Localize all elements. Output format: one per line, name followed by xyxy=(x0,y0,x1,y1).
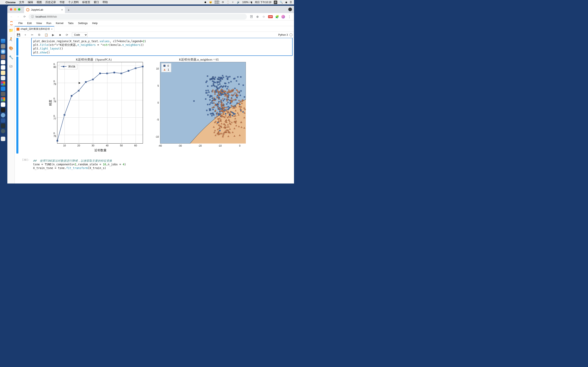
dock-freeform[interactable] xyxy=(1,76,5,80)
window-zoom[interactable] xyxy=(18,8,20,11)
nav-reload-button[interactable]: ⟳ xyxy=(22,14,27,19)
new-tab-button[interactable]: + xyxy=(66,7,71,13)
dock-notes[interactable] xyxy=(1,71,5,75)
dock-terminal[interactable] xyxy=(1,108,5,112)
tab-close-icon[interactable]: × xyxy=(61,8,63,11)
jlab-menu-view[interactable]: View xyxy=(34,21,44,25)
dock-reminders[interactable] xyxy=(1,65,5,70)
code-editor[interactable]: plot_decision_regions(X_test_pca,y_test.… xyxy=(31,38,292,56)
svg-marker-392 xyxy=(229,120,231,122)
menubar-battery[interactable]: 100% ⚡︎▮ xyxy=(242,1,252,4)
profile-avatar[interactable] xyxy=(281,15,285,18)
run-cell-button[interactable]: ▶ xyxy=(51,33,55,36)
dock-calendar[interactable] xyxy=(1,60,5,64)
cut-cell-button[interactable]: ✂ xyxy=(30,33,34,36)
cell-gutter[interactable] xyxy=(16,38,18,56)
cell-gutter[interactable] xyxy=(16,158,18,171)
insert-cell-button[interactable]: ＋ xyxy=(23,33,27,37)
kernel-status-icon[interactable] xyxy=(290,33,292,36)
code-cell-active[interactable]: plot_decision_regions(X_test_pca,y_test.… xyxy=(16,38,292,56)
window-minimize[interactable] xyxy=(14,8,16,11)
menubar-siri-icon[interactable]: ◉ xyxy=(285,1,287,4)
menubar-wifi-icon[interactable]: ᯤ xyxy=(232,1,234,4)
menubar-sync-icon[interactable]: ⟳ xyxy=(222,1,224,4)
dock-quicktime[interactable] xyxy=(1,129,5,133)
menubar-control-center-icon[interactable]: ☰ xyxy=(290,1,292,4)
output-gutter[interactable] xyxy=(16,57,18,154)
save-button[interactable]: 💾 xyxy=(16,33,20,36)
mac-menu-edit[interactable]: 编辑 xyxy=(28,0,33,4)
notebook-tab-close-icon[interactable]: × xyxy=(51,28,52,31)
notebook-tab[interactable]: chap9_贝叶斯算法和K近邻 × xyxy=(15,26,54,32)
mac-menu-file[interactable]: 文件 xyxy=(19,0,24,4)
mac-menu-window[interactable]: 窗口 xyxy=(94,0,99,4)
mac-menu-profile[interactable]: 个人资料 xyxy=(68,0,79,4)
dock-safari[interactable] xyxy=(1,49,5,54)
jlab-menu-help[interactable]: Help xyxy=(90,21,100,25)
adblock-extension-icon[interactable]: ABP xyxy=(268,15,273,18)
mac-menu-tabs[interactable]: 标签页 xyxy=(82,0,90,4)
dock-contacts[interactable] xyxy=(1,55,5,59)
jlab-menu-tabs[interactable]: Tabs xyxy=(66,21,76,25)
cell-type-select[interactable]: Code xyxy=(72,33,87,37)
running-sessions-icon[interactable]: 🏃 xyxy=(9,37,13,42)
svg-rect-94 xyxy=(218,113,219,114)
extensions-puzzle-icon[interactable]: 🧩 xyxy=(275,15,279,18)
dock-finder[interactable] xyxy=(1,39,5,43)
zoom-icon[interactable]: ⊕ xyxy=(256,15,259,18)
nav-forward-button[interactable]: → xyxy=(16,14,20,19)
dock-appstore[interactable] xyxy=(1,86,5,91)
dock-rstudio[interactable] xyxy=(1,113,5,117)
property-inspector-icon[interactable]: 🔧 xyxy=(9,55,13,59)
window-close[interactable] xyxy=(10,8,12,11)
menubar-cat-icon[interactable]: 🐱 xyxy=(209,1,212,4)
menubar-datetime[interactable]: 周日 下午10:19 xyxy=(255,1,271,4)
open-tabs-icon[interactable]: 🗂 xyxy=(9,64,13,68)
menubar-volume-icon[interactable]: 🔊 xyxy=(237,1,240,4)
menubar-record-icon[interactable]: ⏺ xyxy=(204,1,207,4)
menubar-bluetooth-icon[interactable]: ⌚ xyxy=(226,1,229,4)
mac-menu-help[interactable]: 帮助 xyxy=(103,0,108,4)
dock-trash[interactable] xyxy=(1,137,5,141)
dock-settings[interactable] xyxy=(1,92,5,96)
mac-menu-view[interactable]: 视图 xyxy=(36,0,42,4)
menubar-input-method[interactable]: 拼 xyxy=(274,1,277,4)
jlab-menu-settings[interactable]: Settings xyxy=(76,21,90,25)
jlab-menu-run[interactable]: Run xyxy=(44,21,53,25)
chrome-incognito-icon[interactable] xyxy=(288,8,292,11)
nav-back-button[interactable]: ← xyxy=(9,14,14,19)
dock-photos[interactable] xyxy=(1,81,5,86)
dock-monitor[interactable] xyxy=(1,124,5,128)
filebrowser-icon[interactable]: 📁 xyxy=(9,28,13,33)
svg-rect-165 xyxy=(213,81,214,82)
mac-menu-bookmarks[interactable]: 书签 xyxy=(60,0,65,4)
bookmark-star-icon[interactable]: ☆ xyxy=(262,15,266,18)
interrupt-kernel-button[interactable]: ■ xyxy=(58,33,62,36)
paste-cell-button[interactable]: 📋 xyxy=(44,33,48,36)
jlab-menu-file[interactable]: File xyxy=(16,21,25,25)
kernel-name[interactable]: Python 3 xyxy=(278,33,288,36)
site-info-icon[interactable]: ⓘ xyxy=(31,15,34,18)
browser-tab-jupyterlab[interactable]: JupyterLab × xyxy=(24,7,65,13)
dock-word[interactable] xyxy=(1,118,5,123)
svg-marker-304 xyxy=(220,119,222,120)
dock-chrome[interactable] xyxy=(1,97,5,101)
address-bar[interactable]: ⓘ localhost:8888/lab xyxy=(29,14,247,20)
notebook-body[interactable]: plot_decision_regions(X_test_pca,y_test.… xyxy=(15,38,294,184)
jlab-menu-kernel[interactable]: Kernel xyxy=(54,21,66,25)
commands-palette-icon[interactable]: 🎨 xyxy=(9,46,13,50)
svg-marker-401 xyxy=(240,106,242,108)
jlab-menu-edit[interactable]: Edit xyxy=(25,21,34,25)
dock-launchpad[interactable] xyxy=(1,44,5,49)
code-cell-next[interactable]: [38]: ## 使用TSNE算法对数据进行降维，以便获取主要的特征变换 tsn… xyxy=(16,158,292,171)
chrome-menu-icon[interactable]: ⋮ xyxy=(287,15,291,18)
copy-cell-button[interactable]: ⧉ xyxy=(37,33,41,36)
translate-icon[interactable]: 🈂︎ xyxy=(250,15,253,18)
mac-menu-history[interactable]: 历史记录 xyxy=(45,0,56,4)
code-editor[interactable]: ## 使用TSNE算法对数据进行降维，以便获取主要的特征变换 tsne = TS… xyxy=(31,158,292,171)
jupyter-logo-icon[interactable] xyxy=(9,21,14,26)
dock-qq[interactable] xyxy=(1,102,5,107)
menubar-app-name[interactable]: Chrome xyxy=(6,1,16,4)
restart-kernel-button[interactable]: ⟳ xyxy=(65,33,69,36)
menubar-spotlight-icon[interactable]: 🔍 xyxy=(280,1,283,4)
